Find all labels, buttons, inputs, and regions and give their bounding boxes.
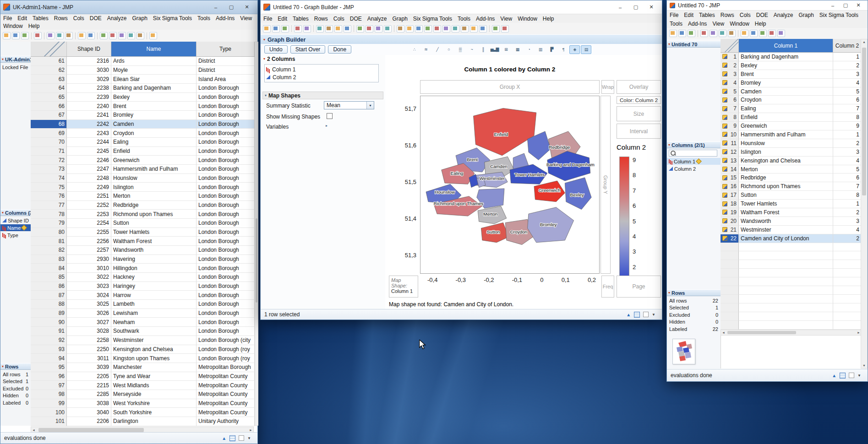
row-number[interactable]: 77 [31,201,67,210]
row-number[interactable]: 96 [31,372,67,381]
cell-name[interactable]: Darlington [111,417,197,426]
row-number[interactable]: 11 [721,139,739,148]
menu-analyze[interactable]: Analyze [771,11,796,19]
cell-column-2[interactable] [833,260,862,269]
cell-column-1[interactable]: Sutton [739,191,833,200]
polygon-tool-icon[interactable] [479,25,487,32]
cell-type[interactable]: London Borough (city [197,336,255,345]
crosshair-icon[interactable] [424,25,432,32]
menu-help[interactable]: Help [26,22,43,30]
row-number[interactable]: 83 [31,255,67,264]
cell-shape-id[interactable]: 3039 [67,363,111,372]
cell-type[interactable]: Metropolitan County [197,390,255,399]
cell-name[interactable]: Hackney [111,273,197,282]
row-number[interactable]: 20 [721,217,739,226]
cell-type[interactable]: London Borough [197,201,255,210]
map-shapes-icon[interactable]: ◈ [569,45,580,54]
drop-zone-group-y[interactable]: Group Y [601,96,611,274]
cell-column-1[interactable] [739,303,833,312]
grabber-icon[interactable] [768,30,776,37]
cell-type[interactable]: London Borough [197,318,255,327]
cell-column-1[interactable] [739,260,833,269]
menu-cols[interactable]: Cols [71,15,87,22]
cell-name[interactable]: Ealing [111,138,197,147]
cell-shape-id[interactable]: 2257 [67,246,111,255]
drop-zone-group-x[interactable]: Group X [420,80,600,94]
scroll-to-top-icon[interactable]: ▲ [222,436,226,441]
new-icon[interactable] [669,30,677,37]
cell-column-2[interactable]: 3 [833,217,862,226]
menu-cols[interactable]: Cols [737,11,753,19]
cell-column-2[interactable]: 9 [833,122,862,130]
cell-type[interactable]: London Borough [197,147,255,156]
menu-six-sigma-tools[interactable]: Six Sigma Tools [150,15,195,22]
row-number[interactable]: 78 [31,210,67,219]
menu-six-sigma-tools[interactable]: Six Sigma Tools [817,11,861,19]
cell-type[interactable]: London Borough [197,210,255,219]
journal-icon[interactable] [78,32,86,39]
scroll-up-icon[interactable]: ▲ [861,40,867,43]
cell-column-1[interactable]: Westminster [739,226,833,234]
save-icon[interactable] [688,30,695,37]
paste-icon[interactable] [65,32,73,39]
cell-name[interactable]: Enfield [111,147,197,156]
drop-zone-size[interactable]: Size [617,106,661,121]
variable-item-column-2[interactable]: Column 2 [266,73,377,81]
row-number[interactable]: 73 [31,165,67,174]
cell-type[interactable]: Metropolitan County [197,399,255,408]
row-number[interactable]: 93 [31,345,67,354]
help-icon[interactable] [777,30,785,37]
columns-list-header[interactable]: ▾2 Columns [263,56,295,62]
menu-graph[interactable]: Graph [389,15,410,22]
menu-file[interactable]: File [0,15,15,22]
columns-panel-header[interactable]: ▾Columns (2/1) [667,141,721,148]
cell-shape-id[interactable]: 2242 [67,120,111,129]
maximize-button[interactable]: ▢ [839,0,852,10]
cell-column-2[interactable]: 8 [833,191,862,200]
cell-name[interactable]: Sutton [111,219,197,228]
cell-shape-id[interactable]: 2246 [67,156,111,165]
row-number[interactable]: 21 [721,226,739,234]
cell-type[interactable]: London Borough [197,84,255,93]
plot-frame[interactable]: EnfieldRedbridgeBrentCamdenBarking and D… [420,96,600,274]
cell-column-2[interactable]: 2 [833,208,862,217]
copy-icon[interactable] [56,32,64,39]
cell-shape-id[interactable]: 3011 [67,354,111,363]
row-number[interactable]: 65 [31,93,67,102]
cell-shape-id[interactable]: 2239 [67,93,111,102]
drop-zone-freq[interactable]: Freq [601,276,614,298]
cell-name[interactable]: Bromley [111,111,197,120]
cell-shape-id[interactable]: 3028 [67,327,111,336]
maximize-button[interactable]: ▢ [628,0,644,14]
cell-name[interactable]: Bexley [111,93,197,102]
row-number[interactable]: 79 [31,219,67,228]
cell-shape-id[interactable]: 2243 [67,129,111,138]
close-button[interactable]: ✕ [644,0,659,14]
cell-type[interactable]: London Borough [197,300,255,309]
menu-tools[interactable]: Tools [455,15,473,22]
menu-tables[interactable]: Tables [290,15,311,22]
menu-doe[interactable]: DOE [87,15,104,22]
cell-column-2[interactable]: 4 [833,79,862,87]
row-number[interactable]: 72 [31,156,67,165]
table-panel-header[interactable]: ▾UK-Admin1-N [0,56,31,63]
column-header-name[interactable]: Name [111,42,197,57]
drop-zone-map-shape[interactable]: Map Shape: Column 1 [389,276,418,298]
print-icon[interactable] [303,25,311,32]
column-item-name[interactable]: Name [0,224,31,231]
placeholder-box-icon[interactable] [643,312,649,317]
print-icon[interactable] [700,30,708,37]
menu-six-sigma-tools[interactable]: Six Sigma Tools [410,15,455,22]
cell-column-2[interactable]: 1 [833,130,862,139]
cell-shape-id[interactable]: 2254 [67,219,111,228]
drop-zone-wrap[interactable]: Wrap [601,80,614,94]
open-icon[interactable] [678,30,686,37]
cell-type[interactable]: Unitary Authority [197,417,255,426]
menu-graph[interactable]: Graph [129,15,150,22]
cell-column-1[interactable]: Kensington and Chelsea [739,157,833,165]
cell-name[interactable]: Richmond upon Thames [111,210,197,219]
magnifier-icon[interactable] [384,25,392,32]
drop-zone-page[interactable]: Page [617,276,661,298]
cell-shape-id[interactable]: 2253 [67,210,111,219]
cell-type[interactable]: London Borough [197,192,255,201]
